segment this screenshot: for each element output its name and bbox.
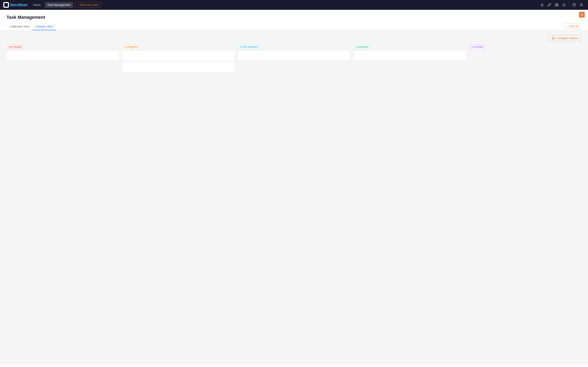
pin-icon-button[interactable] <box>539 2 545 8</box>
settings-icon-button[interactable] <box>553 2 560 8</box>
badge-not-started: Not started <box>7 44 24 49</box>
navbar: NocoBase Demo Task Management + Add menu… <box>0 0 588 10</box>
hamburger-line-3 <box>580 16 583 16</box>
badge-completed: Completed <box>354 44 371 49</box>
add-menu-item-button[interactable]: + Add menu item <box>75 2 102 8</box>
column-header-in-progress: In progress <box>122 44 234 49</box>
hamburger-button[interactable] <box>579 12 585 17</box>
brand-noco: Noco <box>10 3 19 7</box>
column-header-to-be-reviewed: To be reviewed <box>238 44 350 49</box>
badge-in-progress: In progress <box>122 44 140 49</box>
navbar-actions <box>539 2 585 8</box>
kanban-card[interactable] <box>122 51 234 60</box>
configure-actions-icon <box>552 37 555 40</box>
kanban-column-to-be-reviewed: To be reviewed <box>238 44 350 62</box>
kanban-card[interactable] <box>354 51 466 60</box>
bell-icon-button[interactable] <box>561 2 567 8</box>
tabs-bar: Collection View Kanban View + Add tab <box>7 23 581 30</box>
tab-collection-view[interactable]: Collection View <box>7 23 33 30</box>
navbar-divider <box>569 3 569 7</box>
svg-point-2 <box>556 4 557 6</box>
kanban-columns: Not started In progress To be reviewed <box>7 44 581 74</box>
svg-point-5 <box>581 3 582 5</box>
brand-base: Base <box>19 3 27 7</box>
kanban-column-in-progress: In progress <box>122 44 234 74</box>
kanban-column-completed: Completed <box>354 44 466 62</box>
badge-cancelled: Cancelled <box>469 44 485 49</box>
hamburger-line-1 <box>580 14 583 14</box>
badge-to-be-reviewed: To be reviewed <box>238 44 260 49</box>
add-tab-button[interactable]: + Add tab <box>565 24 581 29</box>
logo: NocoBase <box>3 2 27 8</box>
page-title: Task Management <box>7 15 581 20</box>
column-header-not-started: Not started <box>7 44 119 49</box>
column-header-cancelled: Cancelled <box>469 44 581 49</box>
logo-icon-inner <box>4 3 8 7</box>
nav-task-management[interactable]: Task Management <box>45 2 73 8</box>
kanban-card[interactable] <box>238 51 350 60</box>
kanban-card[interactable] <box>7 51 119 60</box>
logo-icon <box>3 2 9 8</box>
help-icon-button[interactable] <box>571 2 577 8</box>
link-icon-button[interactable] <box>546 2 553 8</box>
page-container: Task Management Collection View Kanban V… <box>0 10 588 367</box>
hamburger-line-2 <box>580 15 583 15</box>
column-header-completed: Completed <box>354 44 466 49</box>
svg-point-6 <box>553 38 554 39</box>
user-icon-button[interactable] <box>578 2 585 8</box>
kanban-column-cancelled: Cancelled <box>469 44 581 51</box>
kanban-column-not-started: Not started <box>7 44 119 62</box>
kanban-card[interactable] <box>122 62 234 72</box>
configure-actions-button[interactable]: Configure actions <box>549 35 581 41</box>
kanban-toolbar: Configure actions <box>7 35 581 41</box>
kanban-area: Configure actions Not started In progres… <box>0 30 588 365</box>
nav-demo[interactable]: Demo <box>31 2 43 8</box>
tab-kanban-view[interactable]: Kanban View <box>33 23 56 30</box>
brand-name: NocoBase <box>10 3 27 7</box>
configure-actions-label: Configure actions <box>556 36 579 40</box>
